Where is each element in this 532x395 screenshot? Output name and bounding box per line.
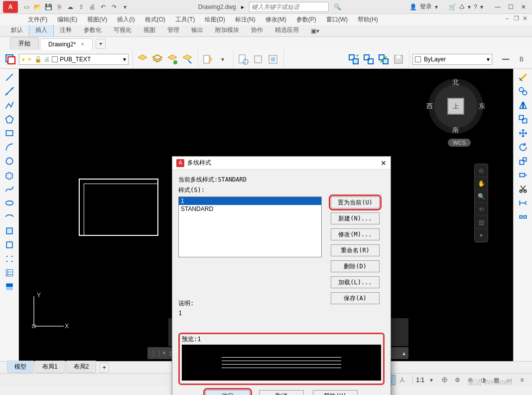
hardware-accel-icon[interactable]: ▦ [490, 375, 502, 385]
ribbon-tab-view[interactable]: 视图 [137, 24, 161, 36]
layer-properties-icon[interactable] [4, 53, 17, 66]
layers-panel-icon-3[interactable] [166, 53, 179, 66]
group-icon-2[interactable] [362, 53, 375, 66]
style-listbox[interactable]: 1 STANDARD [178, 197, 322, 257]
polygon-tool-icon[interactable] [2, 113, 16, 126]
lineweight-combo-icon[interactable]: B [515, 53, 528, 66]
clean-screen-icon[interactable]: ▭ [503, 375, 515, 385]
search-icon[interactable]: 🔍 [334, 3, 341, 10]
help-button[interactable]: 帮助(H) [313, 390, 358, 395]
ok-button[interactable]: 确定 [205, 390, 250, 395]
layout-tab-1[interactable]: 布局1 [35, 361, 65, 373]
polyline-tool-icon[interactable] [2, 99, 16, 112]
color-combo[interactable]: ByLayer ▾ [412, 54, 492, 65]
ribbon-tab-output[interactable]: 输出 [185, 24, 209, 36]
scale-drop-icon[interactable]: ▾ [425, 375, 437, 385]
ribbon-tab-manage[interactable]: 管理 [161, 24, 185, 36]
view-cube[interactable]: 上 北 南 西 东 [428, 79, 483, 134]
move-tool-icon[interactable] [516, 127, 530, 140]
layers-panel-icon-2[interactable] [151, 53, 164, 66]
help-search-input[interactable] [249, 2, 329, 12]
mdi-restore-button[interactable]: ❐ [512, 15, 520, 22]
annotation-scale-icon[interactable] [438, 375, 450, 385]
viewcube-east[interactable]: 东 [479, 102, 485, 111]
menu-tools[interactable]: 工具(T) [172, 14, 198, 25]
menu-draw[interactable]: 绘图(D) [202, 14, 228, 25]
group-save-icon[interactable] [392, 53, 405, 66]
layout-tab-add-button[interactable]: + [99, 363, 109, 373]
navigation-bar[interactable]: ◎ ✋ 🔍 ⟲ ▤ ▾ [474, 164, 488, 242]
ribbon-tab-more-icon[interactable]: ▣▾ [305, 25, 325, 36]
menu-format[interactable]: 格式(O) [142, 14, 168, 25]
cmdline-close-icon[interactable]: × [162, 350, 166, 357]
spline-tool-icon[interactable] [2, 183, 16, 196]
offset-tool-icon[interactable] [516, 113, 530, 126]
trim-tool-icon[interactable] [516, 183, 530, 196]
block-edit-drop-icon[interactable]: ▾ [216, 53, 229, 66]
style-item-standard[interactable]: STANDARD [179, 205, 321, 213]
ribbon-tab-visualize[interactable]: 可视化 [108, 24, 137, 36]
close-button[interactable]: ✕ [518, 2, 529, 11]
menu-param[interactable]: 参数(P) [293, 14, 319, 25]
login-link[interactable]: 登录 [420, 2, 432, 11]
doc-tab-drawing2[interactable]: Drawing2*× [40, 38, 93, 50]
new-button[interactable]: 新建(N)... [331, 212, 380, 224]
scale-label[interactable]: 1:1 [416, 377, 424, 384]
insert-block-tool-icon[interactable] [2, 224, 16, 237]
workspace-switch-icon[interactable]: ⚙ [451, 375, 463, 385]
viewcube-south[interactable]: 南 [452, 126, 459, 135]
viewcube-north[interactable]: 北 [452, 78, 459, 87]
rotate-tool-icon[interactable] [516, 141, 530, 154]
mdi-close-button[interactable]: ✕ [521, 15, 529, 22]
break-tool-icon[interactable] [516, 210, 530, 223]
user-icon[interactable]: 👤 [409, 3, 417, 10]
layers-panel-icon-1[interactable] [136, 53, 149, 66]
attach-icon[interactable] [237, 53, 250, 66]
modify-button[interactable]: 修改(M)... [331, 228, 380, 240]
annotation-monitor-icon[interactable]: ⊕ [464, 375, 476, 385]
ribbon-tab-default[interactable]: 默认 [5, 24, 29, 36]
dialog-close-button[interactable]: ✕ [381, 159, 387, 167]
nav-wheel-icon[interactable]: ◎ [475, 164, 488, 177]
cmdline-grip-icon[interactable]: ⋮⋮ [150, 350, 160, 357]
a360-drop-icon[interactable]: ▾ [468, 3, 471, 10]
ellipse-tool-icon[interactable] [2, 197, 16, 209]
color-drop-icon[interactable]: ▾ [487, 56, 490, 63]
construction-line-icon[interactable] [2, 85, 16, 98]
undo-icon[interactable]: ↶ [99, 2, 108, 11]
isolate-icon[interactable]: ◑ [477, 375, 489, 385]
group-icon-1[interactable]: + [347, 53, 360, 66]
adjust-icon[interactable] [266, 53, 279, 66]
menu-help[interactable]: 帮助(H) [355, 14, 381, 25]
doc-tab-add-button[interactable]: + [96, 39, 106, 49]
open-icon[interactable]: 📂 [33, 2, 42, 11]
login-drop-icon[interactable]: ▾ [435, 3, 438, 10]
cmdline-drop-icon[interactable]: ▴ [402, 350, 405, 357]
help-icon[interactable]: ? [474, 3, 477, 10]
rename-button[interactable]: 重命名(R) [331, 244, 380, 256]
redo-icon[interactable]: ↷ [110, 2, 119, 11]
a360-icon[interactable]: ♺ [459, 3, 465, 10]
doc-tab-start[interactable]: 开始 [10, 37, 39, 50]
nav-drop-icon[interactable]: ▾ [475, 229, 488, 242]
web-open-icon[interactable]: ☁ [66, 2, 75, 11]
clip-icon[interactable] [252, 53, 265, 66]
ribbon-tab-collab[interactable]: 协作 [245, 24, 269, 36]
nav-zoom-icon[interactable]: 🔍 [475, 190, 488, 203]
rectangle-tool-icon[interactable] [2, 127, 16, 140]
exchange-icon[interactable]: 🛒 [449, 3, 456, 10]
menu-insert[interactable]: 插入(I) [114, 14, 137, 25]
layer-drop-icon[interactable]: ▾ [123, 56, 126, 63]
dyn-ucs-icon[interactable]: 人 [397, 375, 408, 385]
save-icon[interactable]: 💾 [44, 2, 53, 11]
nav-showmotion-icon[interactable]: ▤ [475, 216, 488, 229]
customize-icon[interactable]: ≡ [516, 375, 528, 385]
make-block-tool-icon[interactable]: ✦ [2, 238, 16, 251]
web-save-icon[interactable]: ⇪ [77, 2, 86, 11]
extend-tool-icon[interactable] [516, 197, 530, 209]
set-current-button[interactable]: 置为当前(U) [331, 197, 380, 208]
new-icon[interactable]: ▭ [22, 2, 31, 11]
linetype-combo-icon[interactable]: ━━ [499, 53, 512, 66]
menu-edit[interactable]: 编辑(E) [54, 14, 80, 25]
ribbon-tab-insert[interactable]: 插入 [29, 23, 54, 36]
